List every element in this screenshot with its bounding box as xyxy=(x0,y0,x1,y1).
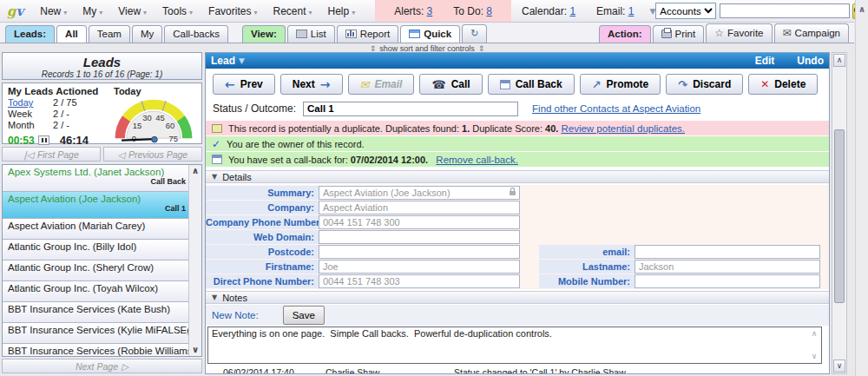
list-item[interactable]: Atlantic Group Inc. (Toyah Wilcox) xyxy=(3,281,201,302)
delete-x-icon: ✕ xyxy=(760,78,769,90)
list-item[interactable]: Apex Systems Ltd. (Janet Jackson) Call B… xyxy=(3,165,201,192)
todo-count-link[interactable]: 8 xyxy=(486,5,492,17)
lead-list: Apex Systems Ltd. (Janet Jackson) Call B… xyxy=(2,164,202,357)
details-section-header[interactable]: ▼ Details xyxy=(206,170,829,183)
remove-callback-link[interactable]: Remove call-back. xyxy=(436,155,518,165)
call-back-button[interactable]: Call Back xyxy=(488,74,575,95)
delete-button[interactable]: ✕Delete xyxy=(748,74,818,95)
refresh-tab[interactable]: ↻ xyxy=(462,24,487,43)
chevron-down-icon: ▾ xyxy=(309,9,312,16)
note-textarea[interactable]: Everything is on one page. Simple Call b… xyxy=(207,327,822,364)
menu-favorites[interactable]: Favorites▾ xyxy=(201,5,265,17)
owner-alert: ✓ You are the owner of this record. xyxy=(206,136,829,151)
summary-input[interactable] xyxy=(319,186,520,200)
first-page-button[interactable]: |◁First Page xyxy=(2,147,101,162)
promote-button[interactable]: ↗Promote xyxy=(580,74,661,95)
notes-section-header[interactable]: ▼ Notes xyxy=(206,291,829,304)
lead-panel-title: Lead xyxy=(211,55,235,67)
discard-button[interactable]: ↷Discard xyxy=(666,74,743,95)
previous-page-button[interactable]: ◁Previous Page xyxy=(103,147,202,162)
leads-chip: Leads: xyxy=(5,25,55,43)
web-domain-input[interactable] xyxy=(319,230,520,244)
scroll-up-icon[interactable]: ∧ xyxy=(833,54,845,67)
save-button[interactable]: Save xyxy=(283,306,325,325)
envelope-icon: ✉ xyxy=(360,78,370,91)
scroll-down-icon[interactable]: ∨ xyxy=(833,360,845,373)
list-scrollbar[interactable]: ∧ ∨ xyxy=(188,165,201,356)
company-label: Company: xyxy=(206,201,319,214)
calendar-count-link[interactable]: 1 xyxy=(569,5,575,17)
list-item[interactable]: Atlantic Group Inc. (Billy Idol) xyxy=(3,240,201,261)
page-scrollbar[interactable]: ∧ xyxy=(855,0,868,376)
list-item[interactable]: BBT Insurance Services (Robbie Williams) xyxy=(3,344,201,357)
collapse-topbar-icon[interactable]: ▼ xyxy=(649,7,655,16)
pause-icon[interactable] xyxy=(38,135,49,145)
firstname-input[interactable] xyxy=(319,260,520,274)
lastname-input[interactable] xyxy=(635,260,820,274)
mobile-input[interactable] xyxy=(635,274,820,288)
list-item[interactable]: BBT Insurance Services (Kylie MiFALSEgue… xyxy=(3,323,201,344)
menu-recent[interactable]: Recent▾ xyxy=(265,5,319,17)
tab-team[interactable]: Team xyxy=(89,25,130,43)
scrollbar-thumb[interactable] xyxy=(834,129,845,303)
tab-all[interactable]: All xyxy=(56,25,87,43)
review-duplicates-link[interactable]: Review potential duplicates. xyxy=(561,123,685,134)
menu-tools[interactable]: Tools▾ xyxy=(155,5,201,17)
favorite-button[interactable]: ☆Favorite xyxy=(706,23,772,43)
field-row: Company: xyxy=(206,201,829,214)
find-contacts-link[interactable]: Find other Contacts at Aspect Aviation xyxy=(532,103,700,114)
check-icon: ✓ xyxy=(212,138,220,150)
field-row: Direct Phone Number: Mobile Number: xyxy=(206,274,829,288)
prev-button[interactable]: ←Prev xyxy=(213,74,275,95)
scroll-up-icon[interactable]: ∧ xyxy=(192,167,199,175)
today-link[interactable]: Today xyxy=(8,97,33,108)
svg-text:75: 75 xyxy=(168,134,177,143)
print-button[interactable]: Print xyxy=(653,25,705,43)
arrow-left-icon: ← xyxy=(225,80,235,89)
menu-help[interactable]: Help▾ xyxy=(320,5,364,17)
duplicate-alert: This record is potentially a duplicate. … xyxy=(206,121,829,135)
next-page-button[interactable]: Next Page▷ xyxy=(2,359,202,373)
view-tab-list[interactable]: List xyxy=(287,25,335,43)
collapse-triangle-icon: ▼ xyxy=(212,173,217,181)
email-counter: Email: 1 xyxy=(586,5,644,17)
postcode-input[interactable] xyxy=(319,245,520,259)
email-button[interactable]: ✉Email xyxy=(348,74,415,95)
next-button[interactable]: Next→ xyxy=(280,74,343,95)
tab-call-backs[interactable]: Call-backs xyxy=(164,25,228,43)
company-phone-input[interactable] xyxy=(319,215,520,229)
view-tab-quick[interactable]: Quick xyxy=(400,25,460,43)
envelope-icon: ✉ xyxy=(783,27,792,39)
menu-view[interactable]: View▾ xyxy=(110,5,155,17)
main-scrollbar[interactable]: ∧ ∨ xyxy=(832,52,847,374)
list-item[interactable]: Aspect Aviation (Mariah Carey) xyxy=(3,219,201,240)
list-item-selected[interactable]: Aspect Aviation (Joe Jackson) Call 1 xyxy=(3,192,201,219)
status-outcome-label: Status / Outcome: xyxy=(213,102,296,115)
alerts-count-link[interactable]: 3 xyxy=(427,5,433,17)
scroll-down-icon[interactable]: ∨ xyxy=(192,346,199,354)
chevron-down-icon[interactable]: ▼ xyxy=(239,56,245,65)
search-input[interactable] xyxy=(720,3,850,18)
undo-link[interactable]: Undo xyxy=(797,55,824,67)
firstname-label: Firstname: xyxy=(206,260,319,274)
search-scope-select[interactable]: Accounts xyxy=(655,3,716,19)
tab-my[interactable]: My xyxy=(132,25,162,43)
list-item[interactable]: BBT Insurance Services (Kate Bush) xyxy=(3,302,201,323)
list-item[interactable]: Atlantic Group Inc. (Sheryl Crow) xyxy=(3,261,201,281)
status-outcome-input[interactable] xyxy=(303,102,518,116)
view-tab-report[interactable]: Report xyxy=(337,25,399,43)
edit-link[interactable]: Edit xyxy=(755,55,775,67)
leads-sidebar: Leads Records 1 to 16 of 16 (Page: 1) My… xyxy=(2,50,202,374)
lead-status: Call Back xyxy=(8,177,186,186)
menu-new[interactable]: New▾ xyxy=(32,5,75,17)
menu-my[interactable]: My▾ xyxy=(75,5,110,17)
campaign-button[interactable]: ✉Campaign xyxy=(774,23,849,43)
company-input[interactable] xyxy=(319,201,520,214)
report-chart-icon xyxy=(345,30,357,38)
email-count-link[interactable]: 1 xyxy=(628,5,635,17)
direct-phone-input[interactable] xyxy=(319,274,520,288)
call-button[interactable]: ☎Call xyxy=(419,74,482,95)
email-input[interactable] xyxy=(635,245,820,259)
first-page-icon: |◁ xyxy=(23,149,34,160)
scroll-up-icon[interactable]: ∧ xyxy=(858,5,865,14)
